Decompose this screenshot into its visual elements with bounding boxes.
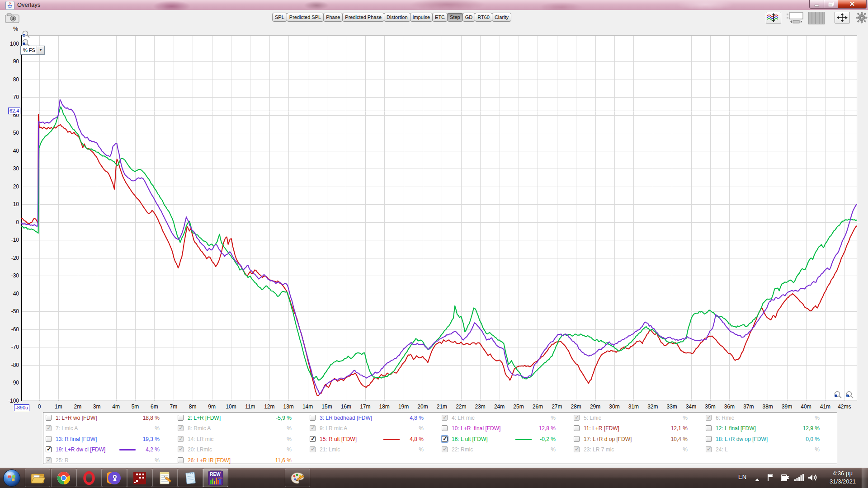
legend-checkbox[interactable]	[178, 457, 184, 463]
tray-expand-icon[interactable]	[754, 476, 760, 484]
start-button[interactable]	[3, 469, 21, 487]
y-axis-mode-select[interactable]: % FS ▼	[20, 46, 45, 55]
legend-checkbox[interactable]	[310, 415, 316, 421]
legend-entry: 18: L+R dw op [FDW]0,0 %	[706, 436, 821, 442]
legend-entry: ✓6: Rmic%	[706, 414, 821, 421]
svg-text:+: +	[847, 394, 849, 398]
tab-phase[interactable]: Phase	[323, 13, 343, 22]
zoom-in-x-icon[interactable]: +	[845, 390, 854, 399]
scroll-overview-control[interactable]	[786, 12, 806, 23]
legend-checkbox[interactable]: ✓	[46, 425, 52, 431]
legend-checkbox[interactable]: ✓	[706, 446, 712, 452]
legend-entry: 3: LR bedhead [FDW]4,8 %	[310, 414, 425, 421]
legend-checkbox[interactable]: ✓	[310, 446, 316, 452]
legend-checkbox[interactable]: ✓	[46, 457, 52, 463]
volume-icon[interactable]	[807, 473, 818, 484]
taskbar-paint[interactable]	[285, 469, 310, 487]
tab-predicted-phase[interactable]: Predicted Phase	[342, 13, 384, 22]
legend-checkbox[interactable]: ✓	[706, 415, 712, 421]
legend-checkbox[interactable]	[706, 425, 712, 431]
legend-checkbox[interactable]: ✓	[178, 425, 184, 431]
x-tick-label: 14m	[298, 404, 318, 410]
y-tick-label: 20	[1, 183, 19, 190]
legend-checkbox[interactable]: ✓	[442, 436, 448, 442]
taskbar: REW V5.1 EN	[0, 468, 868, 488]
thumbnail-strip-icon[interactable]	[808, 12, 825, 24]
tab-clarity[interactable]: Clarity	[492, 13, 511, 22]
taskbar-firefox-focus[interactable]	[102, 469, 127, 487]
action-center-flag-icon[interactable]	[767, 473, 775, 484]
close-button[interactable]: ✕	[838, 0, 867, 9]
tab-rt60[interactable]: RT60	[475, 13, 492, 22]
taskbar-explorer[interactable]	[25, 469, 50, 487]
taskbar-chrome[interactable]	[51, 469, 76, 487]
legend-value: 0,0 %	[778, 436, 820, 442]
network-signal-icon[interactable]	[794, 473, 804, 484]
step-response-plot[interactable]	[21, 35, 857, 401]
legend-value: 18,8 %	[118, 415, 160, 421]
tab-predicted-spl[interactable]: Predicted SPL	[287, 13, 324, 22]
legend-checkbox[interactable]: ✓	[46, 446, 52, 452]
taskbar-notepad[interactable]	[178, 469, 203, 487]
legend-entry: ✓24: L%	[706, 446, 821, 453]
show-desktop-button[interactable]	[862, 468, 868, 488]
legend-entry: 26: L+R IR [FDW]11,6 %	[178, 457, 293, 464]
legend-label: 17: L+R d op [FDW]	[584, 436, 632, 442]
taskbar-rew[interactable]: REW V5.1	[203, 469, 228, 487]
legend-checkbox[interactable]	[442, 425, 448, 431]
chevron-down-icon[interactable]: ▼	[37, 46, 44, 54]
x-tick-label: 10m	[221, 404, 241, 410]
legend-label: 12: L final [FDW]	[716, 425, 756, 432]
legend-checkbox[interactable]	[574, 425, 580, 431]
scale-traces-button[interactable]	[766, 12, 781, 23]
taskbar-red-grid-app[interactable]	[127, 469, 152, 487]
legend-checkbox[interactable]: ✓	[178, 446, 184, 452]
tab-etc[interactable]: ETC	[432, 13, 448, 22]
legend-value: %	[514, 446, 556, 453]
language-indicator[interactable]: EN	[738, 474, 746, 480]
power-plug-icon[interactable]	[780, 473, 789, 484]
clock[interactable]: 4:36 μμ 31/3/2021	[826, 469, 859, 486]
pan-mode-button[interactable]	[835, 12, 850, 23]
taskbar-notepad-pencil[interactable]	[152, 469, 178, 487]
legend-checkbox[interactable]: ✓	[310, 436, 316, 442]
x-tick-label: 22m	[451, 404, 471, 410]
tab-step[interactable]: Step	[447, 13, 463, 22]
legend-checkbox[interactable]	[706, 436, 712, 442]
zoom-in-y-icon[interactable]: +	[21, 30, 30, 39]
zoom-out-x-icon[interactable]: -	[833, 390, 842, 399]
tab-impulse[interactable]: Impulse	[410, 13, 433, 22]
svg-text:-: -	[835, 394, 837, 398]
legend-label: 14: LR mic	[188, 436, 213, 442]
legend-checkbox[interactable]	[46, 415, 52, 421]
tab-gd[interactable]: GD	[462, 13, 476, 22]
legend-checkbox[interactable]	[178, 415, 184, 421]
legend-value: %	[250, 425, 292, 432]
gear-icon[interactable]	[856, 12, 868, 23]
tab-spl[interactable]: SPL	[272, 13, 287, 22]
legend-entry: 12: L final [FDW]12,9 %	[706, 425, 821, 432]
legend-checkbox[interactable]: ✓	[178, 436, 184, 442]
legend-entry: ✓23: LR 7 mic%	[574, 446, 689, 453]
legend-checkbox[interactable]: ✓	[574, 446, 580, 452]
y-tick-label: -70	[1, 344, 19, 350]
legend-checkbox[interactable]: ✓	[442, 415, 448, 421]
tab-distortion[interactable]: Distortion	[384, 13, 410, 22]
legend-checkbox[interactable]: ✓	[442, 446, 448, 452]
java-app-icon	[5, 1, 14, 10]
legend-checkbox[interactable]: ✓	[310, 425, 316, 431]
legend-label: 1: L+R wo [FDW]	[56, 415, 97, 421]
x-tick-label: 33m	[662, 404, 682, 410]
legend-label: 18: L+R dw op [FDW]	[716, 436, 768, 442]
legend-checkbox[interactable]	[46, 436, 52, 442]
minimize-button[interactable]	[809, 0, 824, 9]
restore-button[interactable]	[824, 0, 838, 9]
taskbar-opera[interactable]	[76, 469, 102, 487]
y-tick-label: -10	[1, 237, 19, 243]
legend-entry: ✓8: Rmic A%	[178, 425, 293, 432]
legend-entry: ✓9: LR mic A%	[310, 425, 425, 432]
legend-checkbox[interactable]: ✓	[574, 415, 580, 421]
camera-capture-button[interactable]	[5, 12, 21, 24]
legend-entry: ✓19: L+R dw cl [FDW]4,2 %	[46, 446, 161, 453]
legend-checkbox[interactable]	[574, 436, 580, 442]
